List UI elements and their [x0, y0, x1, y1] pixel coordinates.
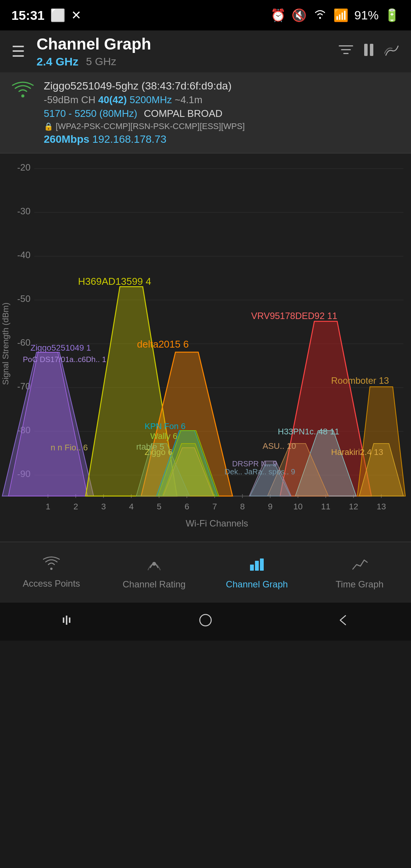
recent-apps-btn[interactable]	[61, 613, 76, 631]
label-wally: Wally 6	[150, 431, 177, 441]
nav-access-points[interactable]: Access Points	[0, 556, 103, 589]
nav-time-graph[interactable]: Time Graph	[308, 555, 411, 590]
label-nnfio: n n Fio.. 6	[51, 443, 88, 452]
info-ssid: Ziggo5251049-5ghz (38:43:7d:6f:d9:da)	[44, 80, 400, 92]
info-row3: 🔒 [WPA2-PSK-CCMP][RSN-PSK-CCMP][ESS][WPS…	[44, 121, 400, 131]
x-tick-12: 12	[349, 502, 358, 511]
svg-point-38	[200, 614, 211, 626]
info-row1: -59dBm CH 40(42) 5200MHz ~4.1m	[44, 94, 400, 106]
tablet-icon: ⬜	[50, 8, 65, 22]
page-title: Channel Graph	[37, 35, 327, 53]
top-icons	[339, 43, 400, 60]
y-tick--30: -30	[17, 206, 30, 216]
label-poc-ds17: PoC DS17/01a..c6Dh.. 1	[23, 355, 106, 364]
freq-24ghz-tab[interactable]: 2.4 GHz	[37, 55, 78, 68]
y-tick--20: -20	[17, 162, 30, 172]
svg-rect-2	[341, 49, 351, 50]
y-tick--40: -40	[17, 250, 30, 260]
pause-icon[interactable]	[363, 43, 375, 60]
svg-rect-37	[69, 617, 70, 623]
info-freq-val: 5200MHz	[129, 94, 172, 105]
nav-label-access-points: Access Points	[23, 578, 80, 589]
mute-icon: 🔇	[292, 8, 307, 22]
svg-rect-34	[260, 558, 264, 571]
nav-channel-graph[interactable]: Channel Graph	[206, 555, 308, 590]
svg-point-0	[319, 17, 321, 19]
info-dbm: -59dBm	[44, 94, 78, 105]
label-asu: ASU.. 10	[263, 441, 296, 451]
x-tick-9: 9	[268, 502, 272, 511]
x-tick-11: 11	[321, 502, 330, 511]
x-tick-1: 1	[46, 502, 50, 511]
info-speed: 260Mbps	[44, 133, 89, 145]
svg-rect-1	[339, 45, 353, 46]
filter-icon[interactable]	[339, 43, 353, 59]
nav-label-channel-rating: Channel Rating	[123, 579, 185, 590]
x-tick-6: 6	[185, 502, 189, 511]
svg-rect-36	[66, 616, 67, 625]
wifi-icon	[312, 8, 328, 22]
svg-point-6	[21, 94, 24, 97]
svg-rect-32	[250, 565, 254, 571]
info-security: [WPA2-PSK-CCMP][RSN-PSK-CCMP][ESS][WPS]	[56, 121, 245, 131]
wifi-analyzer-icon[interactable]	[384, 43, 400, 60]
bottom-nav: Access Points Channel Rating Channel Gra…	[0, 542, 411, 603]
x-tick-5: 5	[157, 502, 161, 511]
info-row4: 260Mbps 192.168.178.73	[44, 133, 400, 145]
x-tick-13: 13	[377, 502, 386, 511]
battery-label: 91%	[354, 8, 379, 22]
signal-icon: 📶	[333, 8, 349, 22]
wifi-nav-icon	[43, 556, 60, 575]
info-vendor: COMPAL BROAD	[144, 108, 223, 119]
menu-icon[interactable]: ☰	[11, 43, 25, 60]
info-freq-range: 5170 - 5250 (80MHz)	[44, 108, 137, 119]
battery-icon: 🔋	[384, 8, 400, 22]
label-kpnfon: KPN Fon 6	[145, 421, 186, 431]
nav-channel-rating[interactable]: Channel Rating	[103, 555, 206, 590]
x-axis-label: Wi-Fi Channels	[186, 518, 248, 528]
broadcast-nav-icon	[146, 555, 162, 576]
label-dekjara: Dek.. JaRa.. spos.. 9	[225, 468, 295, 476]
alarm-icon: ⏰	[271, 8, 286, 22]
label-roomboter: Roomboter 13	[331, 375, 389, 386]
home-btn[interactable]	[198, 613, 213, 631]
label-vrv95178ded92: VRV95178DED92 11	[251, 311, 337, 321]
svg-point-30	[50, 568, 53, 570]
label-delta2015: delta2015 6	[137, 338, 189, 350]
svg-rect-3	[343, 53, 349, 54]
info-ch-num: 40(42)	[98, 94, 127, 105]
label-rtable: rtable 5	[136, 442, 164, 452]
svg-rect-4	[364, 44, 368, 56]
back-btn[interactable]	[335, 613, 350, 631]
info-dist: ~4.1m	[175, 94, 202, 105]
screen-record-icon: ✕	[71, 8, 81, 22]
channel-graph-svg: Signal Strength (dBm) -20 -30 -40 -50 -6…	[0, 153, 411, 542]
svg-rect-35	[63, 617, 64, 623]
system-nav	[0, 603, 411, 641]
x-tick-3: 3	[101, 502, 106, 511]
label-h33pn: H33PN1c..48 11	[278, 427, 339, 436]
freq-5ghz-tab[interactable]: 5 GHz	[86, 56, 116, 68]
line-chart-nav-icon	[351, 555, 368, 576]
info-row2: 5170 - 5250 (80MHz) COMPAL BROAD	[44, 108, 400, 120]
chart-area: Signal Strength (dBm) -20 -30 -40 -50 -6…	[0, 153, 411, 542]
freq-tabs: 2.4 GHz 5 GHz	[37, 55, 327, 68]
info-card: Ziggo5251049-5ghz (38:43:7d:6f:d9:da) -5…	[0, 72, 411, 153]
y-tick--60: -60	[17, 337, 30, 348]
x-tick-10: 10	[293, 502, 303, 511]
x-tick-4: 4	[129, 502, 134, 511]
top-bar: ☰ Channel Graph 2.4 GHz 5 GHz	[0, 30, 411, 72]
nav-label-channel-graph: Channel Graph	[226, 579, 288, 590]
y-axis-label: Signal Strength (dBm)	[1, 303, 10, 385]
status-bar: 15:31 ⬜ ✕ ⏰ 🔇 📶 91% 🔋	[0, 0, 411, 30]
info-ip: 192.168.178.73	[92, 133, 167, 145]
label-h369ad13599: H369AD13599 4	[78, 276, 151, 287]
status-time: 15:31	[11, 8, 45, 23]
x-tick-7: 7	[212, 502, 217, 511]
title-area: Channel Graph 2.4 GHz 5 GHz	[37, 35, 327, 68]
info-ch-text: CH	[81, 94, 98, 105]
label-harakiri: Harakiri2.4 13	[331, 447, 383, 457]
x-tick-8: 8	[240, 502, 245, 511]
label-ziggo5251049: Ziggo5251049 1	[30, 343, 91, 353]
y-tick--50: -50	[17, 294, 30, 304]
